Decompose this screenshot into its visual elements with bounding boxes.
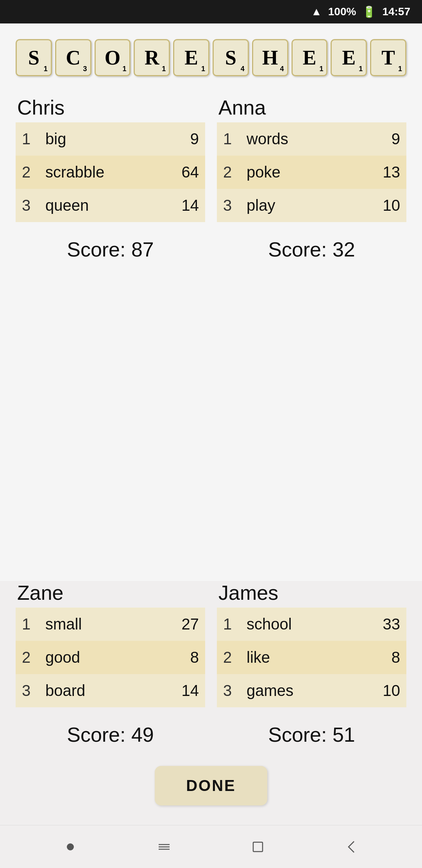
turn-number: 1 <box>16 122 39 156</box>
word: games <box>240 674 351 707</box>
turn-number: 2 <box>16 641 39 674</box>
table-row: 1 school 33 <box>217 608 406 641</box>
title-tile-e: E 1 <box>331 39 367 76</box>
score: 27 <box>145 608 205 641</box>
score: 9 <box>156 122 205 156</box>
word: queen <box>39 189 156 222</box>
score-table-zane: 1 small 27 2 good 8 3 board 14 <box>16 608 205 707</box>
word: big <box>39 122 156 156</box>
turn-number: 3 <box>217 674 240 707</box>
top-players-grid: Chris 1 big 9 2 scrabble 64 3 queen 14 A… <box>16 96 406 222</box>
tile-points: 4 <box>241 65 245 73</box>
back-icon <box>343 838 360 855</box>
word: scrabble <box>39 156 156 189</box>
tile-letter: H <box>262 48 278 68</box>
score-table-chris: 1 big 9 2 scrabble 64 3 queen 14 <box>16 122 205 222</box>
table-row: 2 scrabble 64 <box>16 156 205 189</box>
tile-letter: O <box>105 48 120 68</box>
word: small <box>39 608 145 641</box>
home-icon <box>249 838 266 855</box>
nav-home-button[interactable] <box>248 837 268 857</box>
tile-letter: E <box>184 48 198 68</box>
score: 8 <box>145 641 205 674</box>
score: 13 <box>347 156 406 189</box>
nav-dot-button[interactable] <box>61 837 80 857</box>
player-name-chris: Chris <box>16 96 205 119</box>
dot-icon <box>67 843 74 850</box>
nav-back-button[interactable] <box>342 837 361 857</box>
signal-icon: ▲ <box>311 5 322 18</box>
nav-bar <box>0 825 422 868</box>
word: play <box>240 189 347 222</box>
total-text-james: Score: 51 <box>268 723 355 746</box>
table-row: 3 board 14 <box>16 674 205 707</box>
tile-letter: E <box>303 48 316 68</box>
total-anna: Score: 32 <box>217 222 406 273</box>
tile-letter: E <box>342 48 356 68</box>
main-content: S 1 C 3 O 1 R 1 E 1 S 4 H 4 E 1 E 1 T 1 <box>0 23 422 581</box>
title-tile-h: H 4 <box>252 39 288 76</box>
battery-icon: 🔋 <box>362 5 376 18</box>
done-button[interactable]: DONE <box>155 766 267 805</box>
tile-letter: T <box>381 48 395 68</box>
title-tiles: S 1 C 3 O 1 R 1 E 1 S 4 H 4 E 1 E 1 T 1 <box>16 39 406 76</box>
totals-row-bottom: Score: 49 Score: 51 <box>16 707 406 758</box>
score: 14 <box>156 189 205 222</box>
player-section-james: James 1 school 33 2 like 8 3 games 10 <box>217 581 406 707</box>
battery-level: 100% <box>328 5 356 18</box>
status-bar: ▲ 100% 🔋 14:57 <box>0 0 422 23</box>
tile-points: 1 <box>319 65 323 73</box>
table-row: 1 words 9 <box>217 122 406 156</box>
totals-row-top: Score: 87 Score: 32 <box>16 222 406 273</box>
total-text-zane: Score: 49 <box>67 723 154 746</box>
score: 8 <box>351 641 406 674</box>
title-tile-t: T 1 <box>370 39 406 76</box>
title-tile-e: E 1 <box>173 39 209 76</box>
score-table-anna: 1 words 9 2 poke 13 3 play 10 <box>217 122 406 222</box>
bottom-half: Zane 1 small 27 2 good 8 3 board 14 Jame… <box>0 581 422 825</box>
total-chris: Score: 87 <box>16 222 205 273</box>
turn-number: 2 <box>217 156 240 189</box>
total-text-anna: Score: 32 <box>268 238 355 261</box>
time-display: 14:57 <box>382 5 410 18</box>
player-section-chris: Chris 1 big 9 2 scrabble 64 3 queen 14 <box>16 96 205 222</box>
word: board <box>39 674 145 707</box>
tile-points: 1 <box>398 65 402 73</box>
score: 14 <box>145 674 205 707</box>
score: 64 <box>156 156 205 189</box>
table-row: 2 good 8 <box>16 641 205 674</box>
recent-apps-icon <box>156 838 173 855</box>
table-row: 3 queen 14 <box>16 189 205 222</box>
word: words <box>240 122 347 156</box>
word: poke <box>240 156 347 189</box>
bottom-players-grid: Zane 1 small 27 2 good 8 3 board 14 Jame… <box>16 581 406 707</box>
title-tile-r: R 1 <box>134 39 170 76</box>
score: 9 <box>347 122 406 156</box>
total-james: Score: 51 <box>217 707 406 758</box>
word: school <box>240 608 351 641</box>
nav-recent-apps-button[interactable] <box>154 837 174 857</box>
player-name-james: James <box>217 581 406 604</box>
tile-letter: C <box>66 48 80 68</box>
turn-number: 3 <box>16 674 39 707</box>
score: 10 <box>347 189 406 222</box>
player-name-anna: Anna <box>217 96 406 119</box>
player-name-zane: Zane <box>16 581 205 604</box>
done-btn-area: DONE <box>16 758 406 817</box>
title-tile-s: S 4 <box>213 39 249 76</box>
turn-number: 1 <box>217 122 240 156</box>
tile-points: 4 <box>280 65 284 73</box>
title-tile-o: O 1 <box>95 39 131 76</box>
tile-letter: S <box>225 48 236 68</box>
turn-number: 1 <box>217 608 240 641</box>
title-tile-e: E 1 <box>291 39 328 76</box>
turn-number: 3 <box>16 189 39 222</box>
turn-number: 2 <box>217 641 240 674</box>
word: like <box>240 641 351 674</box>
word: good <box>39 641 145 674</box>
total-zane: Score: 49 <box>16 707 205 758</box>
table-row: 2 poke 13 <box>217 156 406 189</box>
score: 33 <box>351 608 406 641</box>
tile-points: 1 <box>44 65 48 73</box>
tile-points: 1 <box>359 65 363 73</box>
